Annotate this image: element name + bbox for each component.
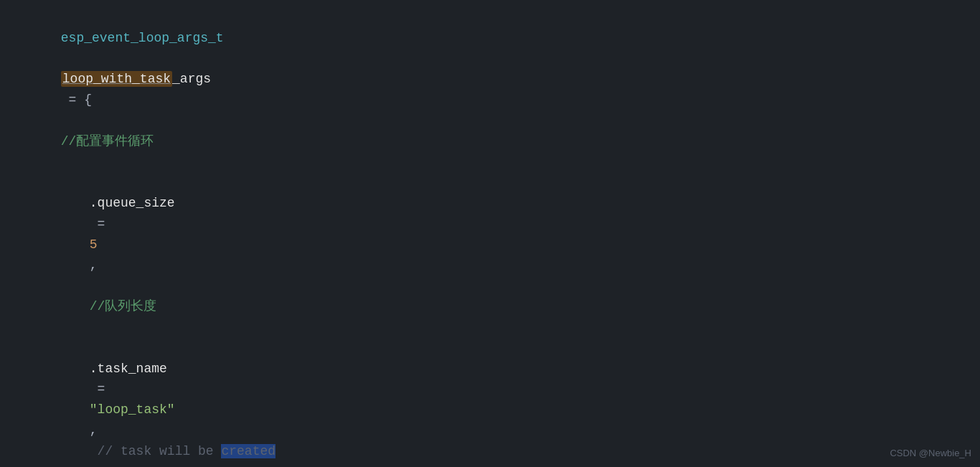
comment-cn: //配置事件循环 bbox=[61, 134, 154, 148]
var-name-highlighted: loop_with_task bbox=[61, 71, 172, 87]
comma: , bbox=[90, 423, 98, 438]
field-name: .queue_size bbox=[90, 196, 175, 210]
string-val: "loop_task" bbox=[90, 402, 175, 417]
code-editor: esp_event_loop_args_t loop_with_task_arg… bbox=[0, 0, 980, 467]
selected-comment-word: created bbox=[221, 444, 275, 458]
var-name-suffix: _args bbox=[172, 72, 211, 86]
comma: , bbox=[90, 258, 98, 273]
comment-cn: //队列长度 bbox=[90, 299, 157, 313]
type-keyword: esp_event_loop_args_t bbox=[61, 31, 224, 45]
equals: = bbox=[90, 382, 113, 396]
code-line: .task_name = "loop_task" , // task will … bbox=[0, 338, 980, 467]
code-line: esp_event_loop_args_t loop_with_task_arg… bbox=[0, 7, 980, 172]
field-name: .task_name bbox=[90, 362, 167, 376]
inline-comment: // task will be bbox=[90, 444, 222, 458]
equals: = bbox=[90, 217, 113, 231]
number-val: 5 bbox=[90, 237, 98, 252]
punct: = { bbox=[61, 93, 92, 107]
watermark: CSDN @Newbie_H bbox=[890, 446, 971, 461]
var-name bbox=[61, 52, 69, 66]
code-line: .queue_size = 5 , //队列长度 bbox=[0, 172, 980, 337]
